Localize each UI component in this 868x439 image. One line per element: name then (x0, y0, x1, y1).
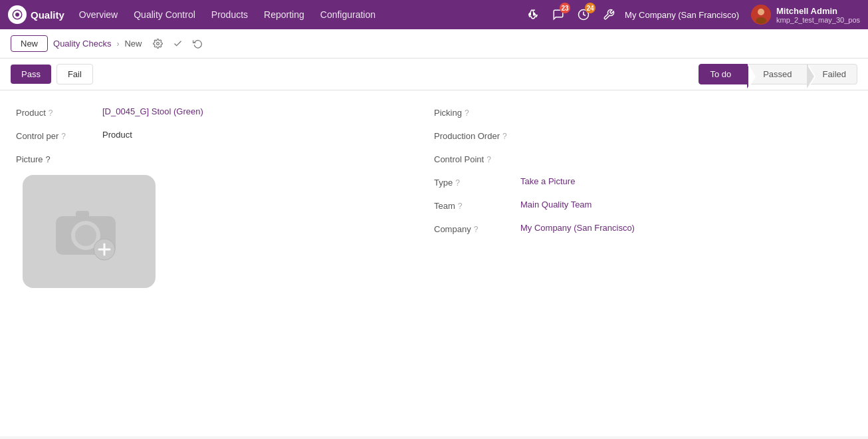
breadcrumb-bar: New Quality Checks › New (0, 29, 868, 59)
fail-button[interactable]: Fail (56, 64, 93, 84)
chat-icon-btn[interactable]: 23 (549, 5, 568, 24)
team-value[interactable]: Main Quality Team (520, 200, 825, 210)
user-name: Mitchell Admin (776, 6, 860, 16)
bug-icon-btn[interactable] (524, 5, 542, 24)
control-per-value: Product (102, 130, 407, 140)
app-name: Quality (31, 9, 64, 21)
team-help-icon[interactable]: ? (458, 202, 463, 211)
type-help-icon[interactable]: ? (455, 178, 460, 188)
nav-reporting[interactable]: Reporting (257, 7, 311, 23)
chat-badge: 23 (560, 3, 570, 13)
production-order-label: Production Order ? (434, 130, 520, 141)
camera-upload-btn[interactable] (23, 175, 156, 288)
form-right: Picking ? Production Order ? Control Poi… (434, 106, 852, 288)
svg-rect-13 (76, 211, 89, 218)
nav-quality-control[interactable]: Quality Control (127, 7, 202, 23)
company-name: My Company (San Francisco) (625, 10, 739, 20)
type-row: Type ? Take a Picture (434, 176, 825, 188)
company-row: Company ? My Company (San Francisco) (434, 223, 825, 234)
control-point-help-icon[interactable]: ? (487, 155, 491, 164)
svg-point-9 (75, 225, 96, 246)
logo-icon (8, 5, 27, 24)
status-pipeline: To do Passed Failed (699, 64, 857, 84)
picking-help-icon[interactable]: ? (465, 108, 469, 118)
settings-icon-btn[interactable] (150, 36, 165, 52)
action-bar: Pass Fail To do Passed Failed (0, 59, 868, 90)
picture-section: Picture ? (16, 154, 407, 288)
team-label: Team ? (434, 200, 520, 211)
pipeline-step-todo[interactable]: To do (699, 64, 748, 84)
svg-point-5 (756, 17, 766, 24)
control-per-help-icon[interactable]: ? (61, 132, 66, 141)
breadcrumb-parent[interactable]: Quality Checks (53, 39, 111, 49)
production-order-help-icon[interactable]: ? (502, 132, 507, 141)
company-help-icon[interactable]: ? (474, 225, 479, 234)
pass-button[interactable]: Pass (11, 65, 51, 84)
form-left: Product ? [D_0045_G] Stool (Green) Contr… (16, 106, 434, 288)
picture-help-icon[interactable]: ? (45, 154, 50, 164)
control-point-row: Control Point ? (434, 153, 825, 164)
user-info: Mitchell Admin kmp_2_test_may_30_pos (776, 6, 860, 24)
clock-icon-btn[interactable]: 24 (574, 5, 593, 24)
user-section[interactable]: Mitchell Admin kmp_2_test_may_30_pos (751, 5, 860, 25)
discard-icon-btn[interactable] (189, 36, 205, 52)
clock-badge: 24 (585, 3, 596, 13)
nav-products[interactable]: Products (205, 7, 255, 23)
control-point-label: Control Point ? (434, 153, 520, 164)
company-value[interactable]: My Company (San Francisco) (520, 223, 825, 233)
toolbar-icons (150, 36, 205, 52)
app-logo[interactable]: Quality (8, 5, 64, 24)
picking-row: Picking ? (434, 106, 825, 118)
type-value[interactable]: Take a Picture (520, 176, 825, 186)
product-help-icon[interactable]: ? (49, 108, 53, 118)
type-label: Type ? (434, 176, 520, 188)
user-db: kmp_2_test_may_30_pos (776, 16, 860, 24)
picking-label: Picking ? (434, 106, 520, 118)
cloud-save-icon-btn[interactable] (169, 36, 185, 52)
nav-configuration[interactable]: Configuration (314, 7, 382, 23)
team-row: Team ? Main Quality Team (434, 200, 825, 211)
pipeline-step-passed[interactable]: Passed (748, 64, 807, 84)
product-value[interactable]: [D_0045_G] Stool (Green) (102, 106, 407, 116)
pipeline-step-failed[interactable]: Failed (808, 64, 857, 84)
production-order-row: Production Order ? (434, 130, 825, 141)
wrench-icon-btn[interactable] (599, 5, 618, 24)
control-per-row: Control per ? Product (16, 130, 407, 141)
svg-point-6 (157, 43, 160, 45)
top-navigation: Quality Overview Quality Control Product… (0, 0, 868, 29)
product-label: Product ? (16, 106, 102, 118)
nav-overview[interactable]: Overview (72, 7, 124, 23)
breadcrumb-current: New (124, 39, 142, 49)
form-grid: Product ? [D_0045_G] Stool (Green) Contr… (16, 106, 852, 288)
main-content: Product ? [D_0045_G] Stool (Green) Contr… (0, 90, 868, 436)
breadcrumb-separator: › (116, 39, 119, 49)
new-button[interactable]: New (11, 35, 48, 52)
svg-point-1 (15, 13, 19, 17)
picture-label: Picture ? (16, 154, 407, 164)
product-row: Product ? [D_0045_G] Stool (Green) (16, 106, 407, 118)
user-avatar (751, 5, 771, 25)
company-label: Company ? (434, 223, 520, 234)
svg-point-4 (758, 9, 764, 15)
topbar-icons: 23 24 My Company (San Francisco) (524, 5, 860, 25)
control-per-label: Control per ? (16, 130, 102, 141)
